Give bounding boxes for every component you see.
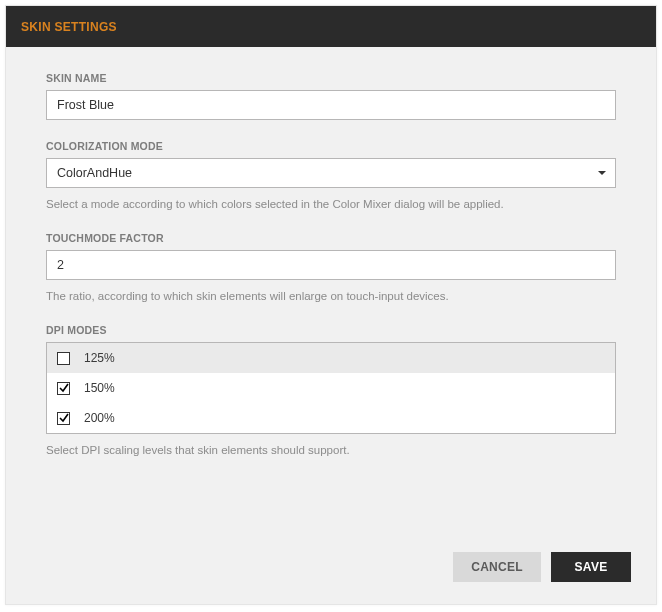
dpi-mode-label: 150% bbox=[84, 381, 115, 395]
dpi-modes-label: DPI MODES bbox=[46, 324, 616, 336]
colorization-mode-label: COLORIZATION MODE bbox=[46, 140, 616, 152]
skin-name-field: SKIN NAME bbox=[46, 72, 616, 120]
dialog-header: SKIN SETTINGS bbox=[6, 6, 656, 47]
checkbox-icon[interactable] bbox=[57, 412, 70, 425]
dpi-modes-hint: Select DPI scaling levels that skin elem… bbox=[46, 442, 616, 458]
skin-name-label: SKIN NAME bbox=[46, 72, 616, 84]
dpi-mode-row[interactable]: 200% bbox=[47, 403, 615, 433]
chevron-down-icon bbox=[598, 171, 606, 175]
dpi-modes-list: 125% 150% 200% bbox=[46, 342, 616, 434]
cancel-button[interactable]: CANCEL bbox=[453, 552, 541, 582]
dpi-mode-label: 200% bbox=[84, 411, 115, 425]
colorization-mode-select[interactable] bbox=[46, 158, 616, 188]
dpi-mode-label: 125% bbox=[84, 351, 115, 365]
dpi-modes-field: DPI MODES 125% 150% bbox=[46, 324, 616, 458]
dpi-mode-row[interactable]: 150% bbox=[47, 373, 615, 403]
colorization-mode-hint: Select a mode according to which colors … bbox=[46, 196, 616, 212]
button-bar: CANCEL SAVE bbox=[453, 552, 631, 582]
checkbox-icon[interactable] bbox=[57, 352, 70, 365]
colorization-mode-field: COLORIZATION MODE Select a mode accordin… bbox=[46, 140, 616, 212]
touchmode-factor-hint: The ratio, according to which skin eleme… bbox=[46, 288, 616, 304]
dialog-title: SKIN SETTINGS bbox=[21, 20, 117, 34]
save-button[interactable]: SAVE bbox=[551, 552, 631, 582]
skin-settings-dialog: SKIN SETTINGS SKIN NAME COLORIZATION MOD… bbox=[5, 5, 657, 605]
skin-name-input[interactable] bbox=[46, 90, 616, 120]
dpi-mode-row[interactable]: 125% bbox=[47, 343, 615, 373]
form-body: SKIN NAME COLORIZATION MODE Select a mod… bbox=[6, 47, 656, 488]
touchmode-factor-field: TOUCHMODE FACTOR The ratio, according to… bbox=[46, 232, 616, 304]
touchmode-factor-label: TOUCHMODE FACTOR bbox=[46, 232, 616, 244]
colorization-mode-value[interactable] bbox=[46, 158, 616, 188]
checkbox-icon[interactable] bbox=[57, 382, 70, 395]
touchmode-factor-input[interactable] bbox=[46, 250, 616, 280]
